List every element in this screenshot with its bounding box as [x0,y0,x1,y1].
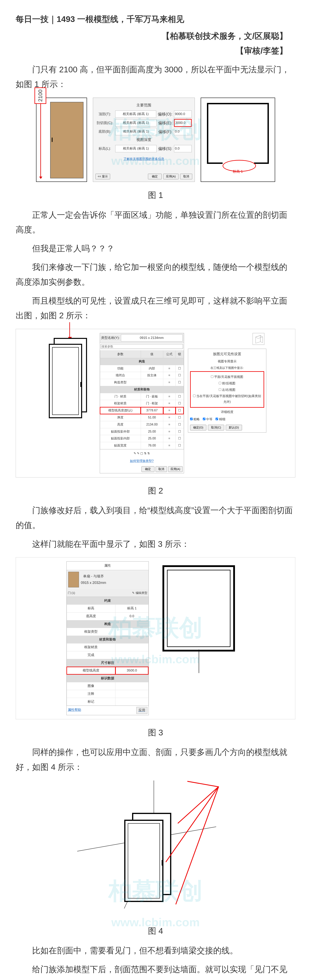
view-range-dialog[interactable]: 主要范围 顶部(T): 相关标高 (标高 1) 偏移(O): 9000.0剖切面… [93,98,195,182]
vis-cancel-button[interactable]: 取消(C) [208,425,224,430]
show-button[interactable]: << 显示 [95,173,110,179]
detail-coarse[interactable]: 粗略 [190,417,200,422]
table-cell[interactable]: 0.0 [116,612,148,620]
cancel-button[interactable]: 取消 [180,173,192,179]
table-cell[interactable]: 图像 [67,682,116,690]
props-help-link[interactable]: 属性帮助 [68,707,81,714]
table-cell[interactable]: 贴面宽度 [100,442,141,449]
props-apply-button[interactable]: 应用 [136,707,148,714]
table-cell[interactable]: 按主体 [141,372,163,379]
learn-link[interactable]: 了解有关视图范围的更多信息 [96,156,192,162]
table-cell[interactable]: 门 · 框架 [141,400,163,407]
table-cell[interactable]: 功能 [100,365,141,372]
table-cell[interactable]: 高度 [100,421,141,428]
table-cell[interactable]: = [163,400,176,407]
table-cell[interactable]: ☐ [176,393,184,400]
ok-button[interactable]: 确定 [148,173,162,179]
table-cell[interactable]: 墙闭合 [100,372,141,379]
table-cell[interactable]: ☐ [176,372,184,379]
properties-panel[interactable]: 属性 单扇 - 与墙齐 0915 x 2032mm 门 (1) ✎ 编辑类型 约… [67,562,149,715]
row-offset-input[interactable]: 9000.0 [174,111,192,118]
table-cell[interactable] [116,628,148,636]
table-cell[interactable]: = [163,393,176,400]
table-cell[interactable]: ☐ [176,421,184,428]
table-cell[interactable]: = [163,379,176,386]
table-cell[interactable]: = [163,365,176,372]
table-cell[interactable] [116,690,148,698]
row-dropdown[interactable]: 相关标高 (标高 1) [115,128,157,135]
table-cell[interactable]: = [163,407,176,414]
table-cell[interactable] [116,682,148,690]
row-offset-input[interactable]: 0.0 [174,128,192,135]
table-cell[interactable]: = [163,372,176,379]
depth-offset-input[interactable]: 0.0 [174,145,192,152]
table-cell[interactable]: ☐ [176,407,184,414]
vis-opt-front[interactable]: 前/后视图 [192,381,262,386]
table-cell[interactable]: ☐ [176,414,184,421]
table-cell[interactable]: 标高 [67,605,116,612]
table-cell[interactable]: 标高 1 [116,605,148,612]
apply-button[interactable]: 应用(A) [168,466,182,472]
table-cell[interactable]: = [163,435,176,442]
vis-opt-cut[interactable]: 当在平面/天花板平面视图中被剖切时(如果类别允许) [192,393,262,405]
table-cell[interactable]: 构造类型 [100,379,141,386]
table-cell[interactable]: 注释 [67,690,116,698]
search-input[interactable] [101,344,183,349]
table-cell[interactable]: = [163,442,176,449]
table-cell[interactable]: 框架材质 [67,643,116,651]
ok-button[interactable]: 确定 [141,466,154,472]
table-cell[interactable] [116,643,148,651]
table-cell[interactable]: 贴面投影内部 [100,435,141,442]
row-dropdown[interactable]: 相关标高 (标高 1) [115,111,156,118]
manage-family-link[interactable]: 如何管理族类型? [100,457,184,465]
table-cell[interactable]: ☐ [176,379,184,386]
detail-medium[interactable]: 中等 [203,417,213,422]
table-cell[interactable]: ☐ [176,435,184,442]
table-cell[interactable]: 模型线高度 [67,667,116,675]
table-cell[interactable]: 76.00 [141,442,163,449]
instance-params-table[interactable]: 约束标高标高 1底高度0.0构造框架类型材质和装饰框架材质完成尺寸标注模型线高度… [67,597,149,706]
depth-dropdown[interactable]: 相关标高 (标高 1) [115,145,157,152]
table-cell[interactable]: 完成 [67,651,116,659]
type-params-table[interactable]: 参数 值 公式 锁 构造功能内部=☐墙闭合按主体=☐构造类型=☐材质和装饰门 ·… [100,350,184,449]
viewcube-icon[interactable] [252,333,264,345]
table-cell[interactable]: 3778.67 [141,407,163,414]
vis-opt-side[interactable]: 左/右视图 [192,387,262,393]
vis-opt-plan[interactable]: 平面/天花板平面视图 [192,374,262,380]
table-cell[interactable]: 框架类型 [67,628,116,636]
table-cell[interactable]: 2134.00 [141,421,163,428]
table-cell[interactable]: ☐ [176,400,184,407]
apply-button[interactable]: 应用(A) [163,173,179,179]
table-cell[interactable]: 内部 [141,365,163,372]
type-name-dropdown[interactable]: 0915 x 2134mm [121,334,182,342]
table-cell[interactable] [141,379,163,386]
table-cell[interactable]: ☐ [176,365,184,372]
cancel-button[interactable]: 取消 [156,466,167,472]
table-cell[interactable]: 标记 [67,698,116,706]
table-cell[interactable]: = [163,428,176,435]
row-dropdown[interactable]: 相关标高 (标高 1) [115,119,157,127]
table-cell[interactable] [116,651,148,659]
vis-ok-button[interactable]: 确定(O) [190,425,206,430]
row-offset-input[interactable]: 3000.0 [174,119,192,127]
table-cell[interactable]: 厚度 [100,414,141,421]
detail-fine[interactable]: 精细 [216,417,225,422]
table-cell[interactable]: 25.00 [141,435,163,442]
table-cell[interactable]: = [163,414,176,421]
table-cell[interactable]: = [163,421,176,428]
table-cell[interactable]: 框架材质 [100,400,141,407]
table-cell[interactable]: ☐ [176,428,184,435]
type-properties-panel[interactable]: 类型名称(Y): 0915 x 2134mm 参数 值 公式 锁 构造功能内部=… [100,333,184,473]
table-cell[interactable]: 底高度 [67,612,116,620]
vis-default-button[interactable]: 默认(D) [226,425,242,430]
table-cell[interactable]: 25.00 [141,428,163,435]
table-cell[interactable]: 51.00 [141,414,163,421]
visibility-dialog[interactable]: 族图元可见性设置 视图专用显示 在三维及以下视图中显示: 平面/天花板平面视图 … [188,349,266,433]
table-cell[interactable]: 贴面投影外部 [100,428,141,435]
table-cell[interactable]: ☐ [176,442,184,449]
edit-type-button[interactable]: ✎ 编辑类型 [132,590,147,595]
table-cell[interactable] [116,698,148,706]
table-cell[interactable]: 门 · 嵌板 [141,393,163,400]
table-cell[interactable]: 门 · 材质 [100,393,141,400]
table-cell[interactable]: 模型线高度(默认) [100,407,141,414]
